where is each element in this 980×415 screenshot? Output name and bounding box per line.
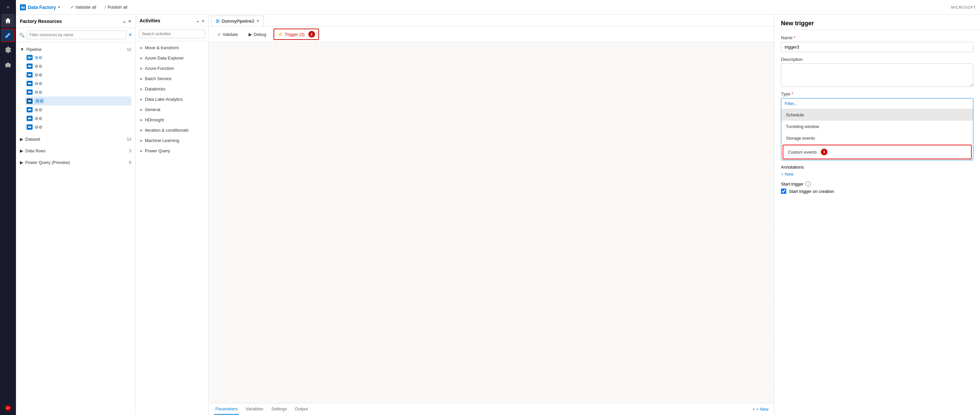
tab-variables[interactable]: Variables	[244, 404, 264, 415]
tab-parameters[interactable]: Parameters	[214, 404, 239, 415]
act-expand-icon: ▶	[140, 128, 143, 132]
tree-item[interactable]: ⚙⚙	[25, 105, 131, 114]
trigger-button[interactable]: ⚡ Trigger (3) 2	[274, 29, 319, 40]
type-label: Type *	[781, 91, 974, 96]
publish-all-button[interactable]: ↑ Publish all	[101, 3, 130, 11]
filter-resources-input[interactable]	[27, 30, 126, 39]
act-expand-icon: ▶	[140, 56, 143, 60]
dataflows-count: 3	[129, 148, 131, 153]
pipeline-item-icon	[27, 72, 33, 78]
dropdown-filter-input[interactable]	[781, 99, 973, 109]
nav-settings[interactable]	[1, 43, 14, 56]
activity-item-move-transform[interactable]: ▶ Move & transform	[135, 43, 208, 53]
search-activities-input[interactable]	[139, 30, 205, 38]
svg-rect-10	[28, 65, 31, 67]
start-trigger-label-row: Start trigger i	[781, 181, 974, 187]
start-trigger-checkbox[interactable]	[781, 188, 786, 194]
content-area: Factory Resources ⌄ « 🔍 + ▼ Pipeline 12	[16, 14, 980, 415]
debug-button[interactable]: ▶ Debug	[245, 30, 269, 38]
name-input[interactable]	[781, 42, 974, 52]
tree-item[interactable]: ⚙⚙	[25, 53, 131, 62]
canvas-bottom-tabs: Parameters Variables Settings Output + +…	[209, 403, 774, 415]
pipeline-item-icon	[27, 99, 33, 104]
tree-item[interactable]: ⚙⚙	[25, 70, 131, 79]
dropdown-item-storage-events[interactable]: Storage events	[781, 132, 973, 144]
tree-item[interactable]: ⚙⚙	[25, 79, 131, 88]
activities-header: Activities ⌄ «	[135, 14, 208, 27]
main-container: Data Factory ▾ ✓ Validate all ↑ Publish …	[16, 0, 980, 415]
validate-all-button[interactable]: ✓ Validate all	[68, 3, 99, 11]
trigger-form: Name * Description Type *	[774, 30, 980, 199]
double-arrow-icon[interactable]: «	[128, 18, 131, 24]
dropdown-item-schedule[interactable]: Schedule	[781, 109, 973, 121]
act-expand-icon: ▶	[140, 97, 143, 101]
start-trigger-info-icon[interactable]: i	[805, 181, 811, 187]
svg-rect-17	[28, 126, 31, 128]
annotations-label: Annotations	[781, 164, 974, 169]
collapse-icon[interactable]: ⌄	[122, 18, 126, 24]
activity-item-azure-data-explorer[interactable]: ▶ Azure Data Explorer	[135, 53, 208, 63]
validate-button[interactable]: ✓ Validate	[214, 30, 241, 38]
tree-item[interactable]: ⚙⚙	[25, 123, 131, 131]
annotation-2: 2	[309, 31, 315, 38]
brand-chevron[interactable]: ▾	[58, 5, 60, 9]
activity-item-data-lake-analytics[interactable]: ▶ Data Lake Analytics	[135, 94, 208, 104]
pipeline-item-icon	[27, 116, 33, 121]
tree-item[interactable]: ⚙⚙	[25, 62, 131, 70]
validate-label: Validate	[223, 32, 238, 37]
dataflows-expand-icon: ▶	[20, 148, 23, 153]
activity-item-power-query[interactable]: ▶ Power Query	[135, 146, 208, 156]
tab-settings[interactable]: Settings	[270, 404, 288, 415]
pipeline-item-icon	[27, 124, 33, 130]
dropdown-item-tumbling-window[interactable]: Tumbling window	[781, 121, 973, 132]
activity-item-hdinsight[interactable]: ▶ HDInsight	[135, 115, 208, 125]
pipeline-toolbar: ✓ Validate ▶ Debug ⚡ Trigger (3) 2	[209, 27, 774, 42]
top-bar-actions: ✓ Validate all ↑ Publish all	[68, 3, 130, 11]
new-btn-container[interactable]: + + New	[752, 407, 768, 412]
dropdown-item-custom-events[interactable]: Custom events 3	[783, 145, 972, 159]
canvas-area: ⊞ DummyPipeline2 ✕ ✓ Validate ▶ Debug ⚡ …	[209, 14, 774, 415]
pipeline-tab-close-button[interactable]: ✕	[256, 19, 259, 23]
briefcase-icon	[5, 61, 11, 68]
publish-icon: ↑	[104, 5, 107, 10]
trigger-panel: New trigger Name * Description	[774, 14, 980, 415]
tree-item[interactable]: ⚙⚙	[25, 88, 131, 96]
activities-double-arrow-icon[interactable]: «	[202, 18, 204, 23]
type-required-star: *	[792, 91, 793, 96]
add-resource-button[interactable]: +	[128, 32, 132, 38]
dataflows-group-header[interactable]: ▶ Data flows 3	[20, 147, 131, 155]
home-icon	[5, 17, 11, 24]
svg-rect-9	[31, 56, 32, 59]
activity-item-iteration-conditionals[interactable]: ▶ Iteration & conditionals	[135, 125, 208, 135]
nav-briefcase[interactable]	[1, 58, 14, 71]
trigger-label: Trigger (3)	[285, 32, 304, 37]
activity-item-azure-function[interactable]: ▶ Azure Function	[135, 63, 208, 73]
tab-output[interactable]: Output	[293, 404, 309, 415]
nav-expand-btn[interactable]: »	[5, 3, 11, 11]
svg-rect-8	[30, 57, 30, 58]
activities-collapse-icon[interactable]: ⌄	[196, 18, 200, 23]
powerquery-label: Power Query (Preview)	[25, 160, 70, 165]
dataset-group-header[interactable]: ▶ Dataset 13	[20, 135, 131, 143]
resource-tree: ▼ Pipeline 12 ⚙⚙ ⚙⚙	[16, 42, 135, 415]
description-textarea[interactable]	[781, 64, 974, 87]
activity-item-general[interactable]: ▶ General	[135, 104, 208, 115]
pipeline-group-header[interactable]: ▼ Pipeline 12	[20, 46, 131, 53]
activity-item-batch-service[interactable]: ▶ Batch Service	[135, 73, 208, 84]
trigger-icon: ⚡	[277, 32, 283, 37]
tree-item[interactable]: ⚙⚙	[25, 96, 131, 105]
activity-item-databricks[interactable]: ▶ Databricks	[135, 84, 208, 94]
pipeline-tab-dummypipeline2[interactable]: ⊞ DummyPipeline2 ✕	[212, 16, 264, 26]
tree-item[interactable]: ⚙⚙	[25, 114, 131, 123]
act-expand-icon: ▶	[140, 77, 143, 80]
pipeline-label: Pipeline	[26, 47, 41, 52]
activity-item-machine-learning[interactable]: ▶ Machine Learning	[135, 135, 208, 146]
dataset-expand-icon: ▶	[20, 137, 23, 142]
nav-edit[interactable]	[1, 29, 14, 42]
nav-home[interactable]	[1, 14, 14, 27]
powerquery-group-header[interactable]: ▶ Power Query (Preview) 0	[20, 159, 131, 166]
dataflows-label: Data flows	[25, 148, 46, 153]
add-annotation-button[interactable]: + New	[781, 172, 974, 177]
new-parameter-btn[interactable]: + + New	[752, 407, 768, 412]
gear-icon	[5, 46, 11, 53]
